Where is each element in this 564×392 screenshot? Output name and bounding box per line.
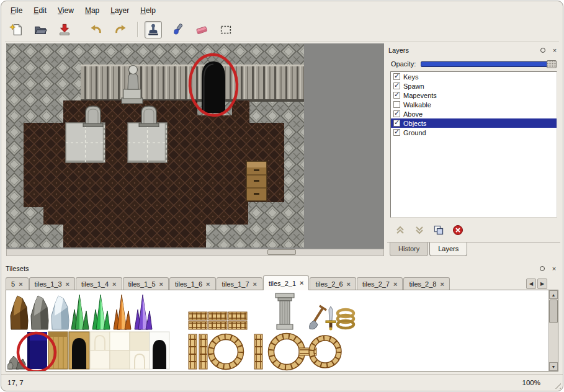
tile-rock-gray[interactable] — [31, 296, 48, 329]
tile-rock-brown[interactable] — [11, 296, 28, 329]
opacity-slider[interactable] — [421, 61, 557, 67]
tab-layers[interactable]: Layers — [429, 243, 467, 256]
tileset-canvas[interactable] — [7, 291, 545, 371]
open-map-button[interactable] — [32, 21, 49, 38]
close-tab-icon[interactable]: × — [159, 281, 163, 288]
tile-dark-arch[interactable] — [150, 332, 169, 369]
layer-visibility-checkbox[interactable]: ✓ — [393, 110, 400, 117]
tile-crystal-purple[interactable] — [135, 295, 152, 329]
tile-column[interactable] — [275, 293, 294, 329]
layer-row-objects[interactable]: ✓ Objects — [391, 118, 557, 128]
tile-crystal-emerald[interactable] — [92, 295, 110, 329]
close-pane-icon[interactable]: × — [550, 46, 559, 55]
tileset-tab-5[interactable]: 5× — [6, 277, 29, 290]
tile-shovel[interactable] — [310, 306, 326, 329]
tile-crystal-orange[interactable] — [114, 295, 131, 329]
close-tab-icon[interactable]: × — [300, 280, 303, 287]
opacity-slider-handle[interactable] — [547, 60, 557, 68]
scroll-tabs-right-icon[interactable]: ▶ — [537, 278, 547, 289]
tileset-tab-tiles_2_1[interactable]: tiles_2_1× — [263, 275, 309, 290]
tab-history[interactable]: History — [390, 243, 428, 256]
close-tab-icon[interactable]: × — [440, 281, 444, 288]
float-pane-icon[interactable] — [538, 264, 547, 273]
tile-arch-doorway[interactable] — [69, 332, 89, 369]
eraser-icon — [195, 23, 208, 37]
redo-button[interactable] — [112, 21, 129, 38]
map-horizontal-scrollbar[interactable] — [6, 249, 384, 256]
delete-layer-button[interactable] — [451, 224, 465, 236]
scroll-down-icon[interactable]: ▼ — [549, 362, 558, 371]
close-tab-icon[interactable]: × — [66, 281, 69, 288]
stamp-tool-button[interactable] — [145, 21, 162, 38]
lower-layer-button[interactable] — [413, 224, 426, 236]
tileset-tab-tiles_1_6[interactable]: tiles_1_6× — [169, 277, 215, 290]
layer-visibility-checkbox[interactable]: ✓ — [393, 129, 400, 136]
save-map-button[interactable] — [56, 21, 73, 38]
layer-visibility-checkbox[interactable]: ✓ — [393, 101, 400, 108]
tileset-tab-tiles_1_4[interactable]: tiles_1_4× — [76, 277, 122, 290]
undo-button[interactable] — [87, 21, 105, 38]
close-tab-icon[interactable]: × — [206, 281, 210, 288]
scroll-tabs-left-icon[interactable]: ◀ — [526, 278, 536, 289]
layer-visibility-checkbox[interactable]: ✓ — [393, 92, 400, 99]
menu-layer[interactable]: Layer — [105, 4, 135, 17]
layer-visibility-checkbox[interactable]: ✓ — [393, 82, 400, 89]
tileset-tab-tiles_2_7[interactable]: tiles_2_7× — [357, 277, 403, 290]
layer-row-mapevents[interactable]: ✓ Mapevents — [391, 91, 557, 100]
layer-visibility-checkbox[interactable]: ✓ — [393, 73, 400, 80]
tile-crystal-green[interactable] — [71, 295, 89, 329]
menu-map[interactable]: Map — [79, 4, 105, 17]
tileset-vscroll-thumb[interactable] — [549, 300, 558, 323]
eraser-tool-button[interactable] — [193, 21, 210, 38]
tile-track-pieces-row2[interactable] — [189, 334, 244, 370]
tileset-vertical-scrollbar[interactable]: ▲ ▼ — [548, 290, 558, 371]
menu-view[interactable]: View — [52, 4, 79, 17]
select-tool-button[interactable] — [217, 21, 235, 38]
tileset-tab-tiles_1_5[interactable]: tiles_1_5× — [123, 277, 169, 290]
menu-file[interactable]: File — [5, 4, 28, 17]
map-hscroll-thumb[interactable] — [267, 249, 296, 255]
tileset-tab-tiles_1_7[interactable]: tiles_1_7× — [217, 277, 262, 290]
menu-bar: File Edit View Map Layer Help — [5, 3, 161, 18]
tile-blue-selected[interactable] — [27, 332, 47, 369]
duplicate-layer-button[interactable] — [432, 224, 445, 236]
layer-row-walkable[interactable]: ✓ Walkable — [391, 100, 557, 109]
layer-row-above[interactable]: ✓ Above — [391, 109, 557, 118]
fill-tool-button[interactable] — [169, 21, 186, 38]
tile-rope-coil[interactable] — [338, 310, 354, 328]
opacity-label: Opacity: — [391, 60, 416, 68]
delete-layer-icon — [452, 225, 463, 236]
close-tab-icon[interactable]: × — [253, 281, 257, 288]
tile-sword[interactable] — [326, 306, 336, 331]
float-pane-icon[interactable] — [539, 46, 547, 55]
menu-help[interactable]: Help — [135, 4, 161, 17]
tileset-tab-tiles_2_6[interactable]: tiles_2_6× — [310, 277, 356, 290]
menu-edit[interactable]: Edit — [28, 4, 52, 17]
scroll-up-icon[interactable]: ▲ — [549, 290, 558, 299]
layers-list[interactable]: ✓ Keys ✓ Spawn ✓ Mapevents ✓ Walkable ✓ … — [390, 71, 557, 218]
layer-row-spawn[interactable]: ✓ Spawn — [391, 81, 557, 91]
tile-pale-set[interactable] — [90, 332, 150, 369]
new-document-icon — [9, 23, 23, 37]
close-tab-icon[interactable]: × — [112, 281, 116, 288]
tile-rock-ice[interactable] — [51, 296, 69, 329]
tileset-tab-tiles_2_8[interactable]: tiles_2_8× — [403, 277, 449, 290]
zoom-level: 100% — [522, 379, 540, 386]
tilesets-pane-header: Tilesets × — [6, 263, 558, 274]
close-tab-icon[interactable]: × — [19, 281, 22, 288]
close-pane-icon[interactable]: × — [550, 264, 558, 273]
map-viewport[interactable] — [6, 43, 384, 249]
close-tab-icon[interactable]: × — [347, 281, 351, 288]
new-map-button[interactable] — [7, 21, 25, 38]
map-canvas[interactable] — [6, 43, 304, 247]
save-arrow-icon — [58, 23, 71, 37]
tileset-tab-tiles_1_3[interactable]: tiles_1_3× — [29, 277, 75, 290]
close-tab-icon[interactable]: × — [393, 281, 397, 288]
layer-row-keys[interactable]: ✓ Keys — [391, 72, 557, 81]
layer-visibility-checkbox[interactable]: ✓ — [393, 120, 400, 127]
tileset-content[interactable]: ▲ ▼ — [6, 290, 558, 372]
tile-track-pieces-row1[interactable] — [189, 312, 247, 329]
raise-layer-button[interactable] — [393, 224, 407, 236]
layer-row-ground[interactable]: ✓ Ground — [391, 128, 557, 137]
tile-track-rings[interactable] — [254, 334, 341, 370]
